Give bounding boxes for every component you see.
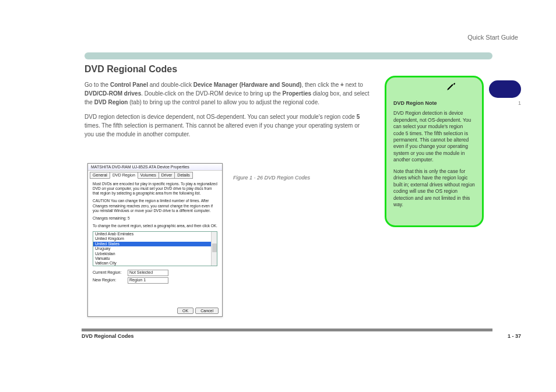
dialog-body: Most DVDs are encoded for play in specif… [88, 179, 222, 288]
text: times. The fifth selection is permanent.… [85, 122, 360, 137]
text: DVD region detection is device dependent… [85, 114, 357, 120]
text: next to [344, 82, 363, 88]
bold-text: DVD Region [94, 99, 128, 105]
tab-general[interactable]: General [90, 172, 110, 179]
new-region-value[interactable]: Region 1 [128, 277, 168, 284]
text: Go to the [85, 82, 110, 88]
body-text: Go to the Control Panel and double-click… [85, 80, 370, 144]
bold-text: Control Panel [110, 82, 148, 88]
list-item-selected[interactable]: United States [93, 242, 217, 246]
footer-divider [82, 329, 492, 331]
note-para: Note that this is only the case for driv… [393, 168, 475, 209]
tab-strip: General DVD Region Volumes Driver Detail… [90, 172, 220, 179]
pen-icon [446, 81, 456, 93]
new-region-label: New Region: [93, 278, 128, 283]
text: , then click the [301, 82, 340, 88]
region-listbox[interactable]: United Arab Emirates United Kingdom Unit… [93, 231, 217, 266]
scrollbar-thumb[interactable] [212, 243, 217, 252]
text: (tab) to bring up the control panel to a… [128, 99, 319, 105]
tab-dvd-region[interactable]: DVD Region [110, 172, 138, 179]
dialog-caution: CAUTION You can change the region a limi… [93, 199, 217, 213]
cancel-button[interactable]: Cancel [195, 308, 219, 314]
bold-text: DVD/CD-ROM drives [85, 90, 141, 97]
section-number: 1 [486, 100, 521, 106]
note-para: DVD Region detection is device dependent… [393, 110, 475, 164]
chapter-badge: Quick Start Guide [467, 34, 518, 41]
header-divider [85, 52, 492, 59]
list-item[interactable]: Vatican City [93, 261, 217, 266]
ok-button[interactable]: OK [177, 308, 193, 314]
dialog-instruction: To change the current region, select a g… [93, 224, 217, 228]
list-item[interactable]: Uruguay [93, 246, 217, 251]
note-title: DVD Region Note [393, 100, 475, 107]
text: . Double-click on the DVD-ROM device to … [141, 90, 282, 97]
tab-driver[interactable]: Driver [159, 172, 175, 179]
properties-dialog: MATSHITA DVD-RAM UJ-852S ATA Device Prop… [87, 163, 223, 317]
nav-pill [489, 80, 521, 98]
tab-details[interactable]: Details [174, 172, 192, 179]
figure-caption: Figure 1 - 26 DVD Region Codes [233, 175, 350, 181]
list-item[interactable]: United Kingdom [93, 236, 217, 241]
listbox-scrollbar[interactable] [211, 232, 217, 266]
bold-text: Device Manager (Hardware and Sound) [193, 82, 302, 88]
dialog-title: MATSHITA DVD-RAM UJ-852S ATA Device Prop… [88, 164, 222, 171]
list-item[interactable]: United Arab Emirates [93, 232, 217, 236]
footer-chapter: DVD Regional Codes [82, 333, 134, 339]
bold-text: 5 [357, 114, 360, 120]
bold-text: Properties [283, 90, 311, 97]
note-box: DVD Region Note DVD Region detection is … [385, 76, 484, 227]
list-item[interactable]: Uzbekistan [93, 252, 217, 256]
list-item[interactable]: Vanuatu [93, 256, 217, 261]
section-title: DVD Regional Codes [85, 64, 376, 75]
text: and double-click [148, 82, 193, 88]
dialog-remaining: Changes remaining: 5 [93, 216, 217, 221]
current-region-value: Not Selected [128, 270, 168, 276]
current-region-label: Current Region: [93, 270, 128, 276]
footer-page: 1 - 37 [508, 333, 521, 339]
dialog-intro: Most DVDs are encoded for play in specif… [93, 182, 217, 196]
tab-volumes[interactable]: Volumes [138, 172, 159, 179]
